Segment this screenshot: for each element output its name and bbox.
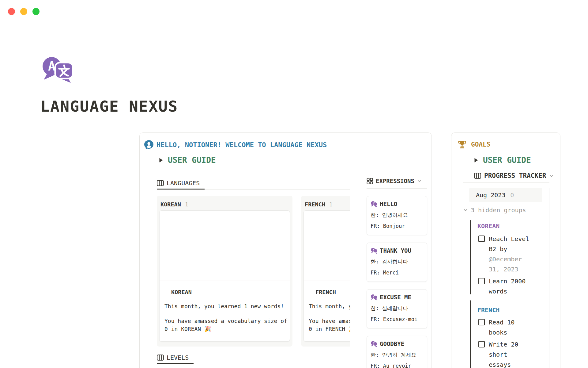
languages-board: KOREAN 1 KOREAN This month, you learned … xyxy=(157,196,350,347)
user-guide-label: USER GUIDE xyxy=(483,155,531,165)
chat-bubbles-icon xyxy=(371,201,378,207)
board-column-header[interactable]: FRENCH 1 xyxy=(303,198,350,210)
tab-languages-label: LANGUAGES xyxy=(167,179,200,187)
user-guide-toggle[interactable]: USER GUIDE xyxy=(474,155,531,165)
group-name: KOREAN xyxy=(477,222,499,230)
window-controls xyxy=(8,8,40,15)
tab-levels[interactable]: LEVELS xyxy=(157,352,194,364)
card-line: You have amassed a vocabulary size of 0 … xyxy=(164,317,289,333)
card-title: KOREAN xyxy=(171,288,290,296)
korean-line: 한:안녕하세요 xyxy=(371,212,423,218)
board-column-header[interactable]: KOREAN 1 xyxy=(159,198,290,210)
month-group-label: Aug 2023 xyxy=(476,191,505,199)
toggle-triangle-icon xyxy=(159,158,163,163)
card-body: This month, you learned 1 new words! You… xyxy=(164,302,285,333)
languages-tabbar: LANGUAGES xyxy=(157,178,350,190)
goal-checkbox[interactable] xyxy=(478,341,485,347)
expression-title: GOODBYE xyxy=(380,340,404,347)
expression-title: EXCUSE ME xyxy=(380,294,411,301)
expression-title: HELLO xyxy=(380,201,397,207)
board-column-french: FRENCH 1 FRENCH This month, you learned … xyxy=(301,196,350,347)
divider xyxy=(463,182,549,183)
translate-speech-bubbles-icon[interactable]: A xyxy=(41,55,74,83)
chat-bubbles-icon xyxy=(371,294,378,301)
card-title: FRENCH xyxy=(315,288,350,296)
progress-tracker-header[interactable]: PROGRESS TRACKER xyxy=(474,172,554,179)
group-color-bar xyxy=(470,300,471,368)
goal-text: Learn 2000 words xyxy=(489,276,532,297)
main-panel: HELLO, NOTIONER! WELCOME TO LANGUAGE NEX… xyxy=(139,132,432,368)
person-speech-bubble-icon xyxy=(144,140,154,150)
french-line: FR:Excusez-moi xyxy=(371,316,423,323)
group-name: FRENCH xyxy=(477,306,499,314)
board-column-divider xyxy=(549,188,549,368)
goal-text: Reach Level B2 by @December 31, 2023 xyxy=(489,234,532,274)
expression-card-thank-you[interactable]: THANK YOU 한:감사합니다 FR:Merci xyxy=(367,243,427,282)
group-color-bar xyxy=(470,220,471,294)
card-body: This month, you learned 1 new words! You… xyxy=(309,302,350,333)
levels-tabbar: LEVELS xyxy=(157,352,350,364)
board-view-icon xyxy=(157,180,164,186)
goals-title: GOALS xyxy=(471,141,490,148)
goal-text: Write 20 short essays xyxy=(489,339,532,368)
goal-date: @December 31, 2023 xyxy=(489,255,522,273)
expression-title: THANK YOU xyxy=(380,247,411,254)
languages-section: LANGUAGES KOREAN 1 KOREAN This month, yo… xyxy=(157,178,350,364)
month-group-header[interactable]: Aug 2023 0 xyxy=(469,188,542,202)
expression-card-goodbye[interactable]: GOODBYE 한:안녕히 계세요 FR:Au revoir xyxy=(367,336,427,368)
hidden-groups-toggle[interactable]: 3 hidden groups xyxy=(463,206,526,214)
card-preview xyxy=(304,211,350,281)
board-column-korean: KOREAN 1 KOREAN This month, you learned … xyxy=(157,196,292,347)
gallery-card-french[interactable]: FRENCH This month, you learned 1 new wor… xyxy=(303,210,350,342)
expressions-header[interactable]: EXPRESSIONS xyxy=(367,178,427,189)
user-guide-label: USER GUIDE xyxy=(168,155,216,165)
card-line: This month, you learned 1 new words! xyxy=(309,302,350,310)
column-name: KOREAN xyxy=(160,201,181,208)
svg-text:A: A xyxy=(48,59,55,73)
korean-line: 한:안녕히 계세요 xyxy=(371,351,423,358)
greeting-heading: HELLO, NOTIONER! WELCOME TO LANGUAGE NEX… xyxy=(144,140,327,150)
hidden-groups-label: 3 hidden groups xyxy=(471,206,526,214)
goal-text: Read 10 books xyxy=(489,317,532,338)
user-guide-toggle[interactable]: USER GUIDE xyxy=(159,155,216,165)
toggle-triangle-icon xyxy=(474,158,478,163)
goal-item: Read 10 books xyxy=(478,317,532,338)
gallery-view-icon xyxy=(367,178,373,184)
progress-tracker-label: PROGRESS TRACKER xyxy=(484,172,546,179)
notion-window: A LANGUAGE NEXUS HELLO, NOTIONER! WELC xyxy=(0,0,588,368)
column-count: 1 xyxy=(329,201,333,208)
goal-item: Write 20 short essays xyxy=(478,339,532,368)
tab-languages[interactable]: LANGUAGES xyxy=(157,178,205,190)
gallery-card-korean[interactable]: KOREAN This month, you learned 1 new wor… xyxy=(159,210,290,342)
goal-checkbox[interactable] xyxy=(478,236,485,242)
french-line: FR:Bonjour xyxy=(371,223,423,229)
expression-card-hello[interactable]: HELLO 한:안녕하세요 FR:Bonjour xyxy=(367,196,427,235)
expression-card-excuse-me[interactable]: EXCUSE ME 한:실례합니다 FR:Excusez-moi xyxy=(367,289,427,328)
goals-heading: GOALS xyxy=(458,140,490,149)
korean-line: 한:감사합니다 xyxy=(371,258,423,265)
goal-checkbox[interactable] xyxy=(478,278,485,284)
close-window-button[interactable] xyxy=(8,8,15,15)
chevron-down-icon xyxy=(417,179,422,183)
goal-item: Learn 2000 words xyxy=(478,276,532,297)
minimize-window-button[interactable] xyxy=(20,8,27,15)
chat-bubbles-icon xyxy=(371,341,378,347)
chevron-down-icon xyxy=(549,174,554,178)
zoom-window-button[interactable] xyxy=(32,8,40,15)
french-line: FR:Merci xyxy=(371,269,423,276)
korean-line: 한:실례합니다 xyxy=(371,305,423,312)
expressions-title: EXPRESSIONS xyxy=(376,178,414,184)
page-title: LANGUAGE NEXUS xyxy=(40,98,178,115)
month-group-count: 0 xyxy=(510,191,514,199)
goal-checkbox[interactable] xyxy=(478,319,485,325)
column-count: 1 xyxy=(185,201,188,208)
expressions-section: EXPRESSIONS HELLO xyxy=(367,178,427,368)
column-name: FRENCH xyxy=(305,201,325,208)
chevron-down-icon xyxy=(463,208,468,213)
greeting-text: HELLO, NOTIONER! WELCOME TO LANGUAGE NEX… xyxy=(156,141,327,149)
tab-levels-label: LEVELS xyxy=(167,354,189,361)
trophy-icon xyxy=(458,140,467,149)
card-line: This month, you learned 1 new words! xyxy=(164,302,285,310)
chat-bubbles-icon xyxy=(371,247,378,254)
board-view-icon xyxy=(157,355,164,361)
